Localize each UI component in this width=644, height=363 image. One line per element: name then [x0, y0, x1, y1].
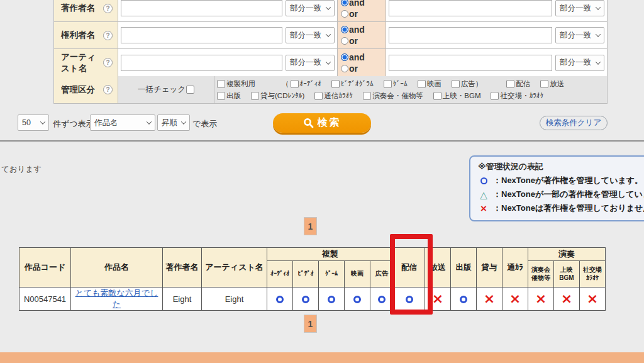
checkbox[interactable] — [384, 80, 392, 88]
section-divider — [0, 140, 644, 142]
help-icon[interactable]: ? — [103, 58, 113, 67]
logic-radio-and[interactable] — [341, 0, 348, 6]
keyword-cell-2: 部分一致 — [386, 22, 607, 48]
sub-col-header: 社交場ｶﾗｵｹ — [580, 261, 606, 288]
keyword-input-2[interactable] — [389, 27, 552, 43]
checkbox-label: ﾋﾞﾃﾞｵｸﾞﾗﾑ — [341, 80, 374, 87]
bulk-checkbox[interactable] — [186, 86, 194, 94]
logic-radio-and[interactable] — [341, 26, 348, 33]
logic-label: and — [349, 0, 365, 8]
work-code-cell: N00547541 — [19, 288, 71, 311]
legend-line: ×：NexToneは著作権を管理しておりません。 — [478, 201, 644, 215]
sub-col-header: ｹﾞｰﾑ — [319, 261, 345, 288]
clear-button-label: 検索条件クリア — [546, 118, 601, 128]
checkbox[interactable] — [291, 80, 299, 88]
work-title-link[interactable]: とても素敵な六月でした — [75, 288, 158, 309]
checkbox[interactable] — [217, 80, 225, 88]
logic-radio-or[interactable] — [341, 37, 348, 45]
keyword-input-2[interactable] — [389, 0, 552, 16]
artist-cell: Eight — [202, 288, 267, 311]
checkbox[interactable] — [491, 92, 499, 100]
logic-option-or: or — [341, 63, 386, 74]
match-type-select[interactable]: 部分一致 — [555, 55, 604, 71]
checkbox[interactable] — [418, 80, 426, 88]
chevron-down-icon — [326, 59, 331, 64]
checkbox-label: 配信 — [516, 79, 530, 89]
sort-order-select[interactable]: 昇順 — [157, 114, 190, 131]
sub-col-header: 映画 — [345, 261, 370, 288]
kanri-checkbox-item: ｹﾞｰﾑ — [384, 80, 408, 88]
logic-radio-or[interactable] — [341, 10, 348, 18]
keyword-input-1[interactable] — [121, 0, 282, 16]
kanri-checkbox-item: 配信 — [506, 79, 530, 89]
pagination-page-1-top[interactable]: 1 — [304, 217, 317, 235]
legend-text: ：NexToneは著作権を管理しておりません。 — [493, 203, 644, 214]
search-button[interactable]: 検索 — [273, 113, 371, 133]
mark-cell — [370, 288, 394, 311]
checkbox[interactable] — [452, 80, 460, 88]
match-type-value: 部分一致 — [560, 57, 591, 68]
field-label-cell: 権利者名? — [54, 22, 118, 48]
clear-search-button[interactable]: 検索条件クリア — [540, 116, 608, 130]
keyword-input-1[interactable] — [121, 27, 282, 43]
kanri-checkbox-item: 映画 — [418, 79, 441, 89]
logic-cell: andor — [338, 49, 386, 76]
kanri-checkbox-item: 上映・BGM — [433, 91, 481, 101]
logic-cell: andor — [338, 0, 386, 21]
mark-cell — [345, 288, 370, 311]
logic-radio-and[interactable] — [341, 53, 348, 61]
help-icon[interactable]: ? — [103, 31, 113, 40]
keyword-cell-1: 部分一致 — [118, 49, 338, 76]
bottom-bar — [0, 352, 644, 363]
checkbox[interactable] — [540, 80, 548, 88]
col-header: 作品名 — [71, 248, 163, 288]
chevron-down-icon — [596, 31, 601, 36]
circle-mark-icon — [276, 296, 284, 303]
checkbox-label: 通信ｶﾗｵｹ — [324, 91, 353, 101]
help-icon[interactable]: ? — [103, 4, 113, 13]
field-label-cell: 著作者名? — [54, 0, 118, 21]
legend-lines: ：NexToneが著作権を管理しています。△：NexToneが一部の著作権を管理… — [478, 174, 644, 215]
logic-option-or: or — [341, 8, 386, 20]
logic-option-and: and — [341, 0, 386, 8]
col-header: 配信 — [394, 248, 425, 288]
match-type-select[interactable]: 部分一致 — [286, 0, 335, 16]
checkbox[interactable] — [331, 80, 340, 88]
match-type-select[interactable]: 部分一致 — [555, 0, 604, 16]
checkbox-label: 放送 — [550, 79, 564, 89]
author-cell: Eight — [163, 288, 202, 311]
kanri-checkbox-item: （ｵｰﾃﾞｨｵ — [282, 79, 321, 89]
search-form-rows: 著作者名?部分一致andor部分一致権利者名?部分一致andor部分一致アーティ… — [54, 0, 607, 76]
checkbox-label: 広告） — [461, 79, 483, 89]
help-icon[interactable]: ? — [103, 85, 113, 94]
chevron-down-icon — [40, 119, 45, 124]
sort-field-select[interactable]: 作品名 — [90, 114, 155, 131]
checkbox[interactable] — [363, 92, 371, 100]
field-label-cell: アーティスト名? — [54, 49, 118, 76]
mark-cell: × — [502, 288, 528, 311]
checkbox[interactable] — [217, 92, 225, 100]
match-type-select[interactable]: 部分一致 — [286, 27, 335, 43]
logic-radio-or[interactable] — [341, 65, 348, 72]
mark-cell — [394, 288, 425, 311]
checkbox[interactable] — [251, 92, 259, 100]
keyword-cell-1: 部分一致 — [118, 22, 338, 48]
keyword-input-2[interactable] — [389, 55, 552, 71]
x-mark-icon: × — [432, 291, 443, 306]
pagination-page-1-bottom[interactable]: 1 — [304, 315, 317, 333]
checkbox[interactable] — [433, 92, 441, 100]
per-page-select[interactable]: 50 — [18, 114, 49, 131]
match-type-select[interactable]: 部分一致 — [555, 27, 604, 43]
checkbox[interactable] — [314, 92, 323, 100]
chevron-down-icon — [147, 119, 152, 124]
match-type-select[interactable]: 部分一致 — [286, 55, 335, 71]
col-header: 作品コード — [19, 248, 71, 288]
mark-cell: × — [477, 288, 502, 311]
checkbox[interactable] — [506, 80, 514, 88]
logic-label: and — [349, 52, 365, 62]
x-mark-icon: × — [480, 203, 487, 214]
logic-label: or — [349, 9, 358, 19]
kanri-checkbox-item: ﾋﾞﾃﾞｵｸﾞﾗﾑ — [331, 80, 374, 88]
logic-label: or — [349, 64, 358, 74]
keyword-input-1[interactable] — [121, 55, 282, 71]
